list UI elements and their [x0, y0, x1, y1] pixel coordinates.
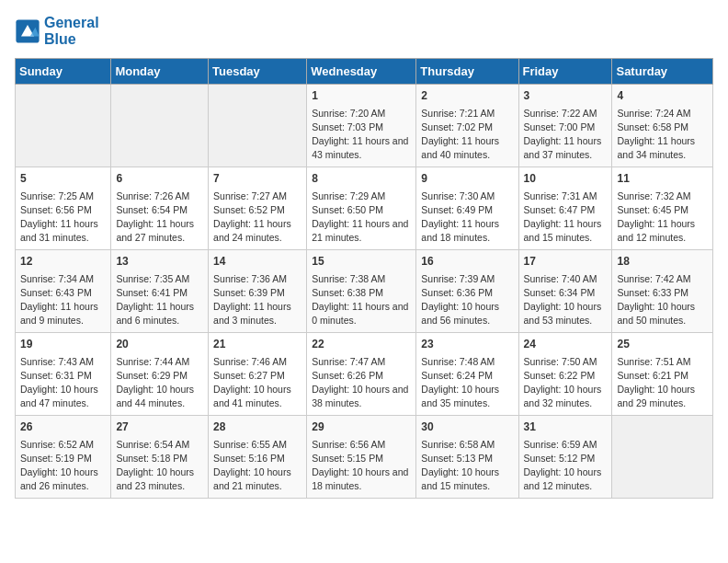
- sunrise: Sunrise: 7:46 AM: [213, 356, 287, 367]
- sunrise: Sunrise: 6:59 AM: [524, 439, 597, 450]
- calendar-cell: 22Sunrise: 7:47 AMSunset: 6:26 PMDayligh…: [307, 333, 416, 416]
- calendar-cell: [612, 416, 713, 499]
- calendar-cell: 10Sunrise: 7:31 AMSunset: 6:47 PMDayligh…: [518, 167, 612, 250]
- day-number: 4: [617, 88, 708, 104]
- daylight: Daylight: 11 hours and 9 minutes.: [20, 301, 98, 326]
- calendar-cell: 1Sunrise: 7:20 AMSunset: 7:03 PMDaylight…: [307, 85, 416, 167]
- day-number: 21: [213, 337, 301, 352]
- day-number: 10: [524, 171, 608, 187]
- sunrise: Sunrise: 7:40 AM: [524, 273, 597, 284]
- sunrise: Sunrise: 7:34 AM: [20, 273, 94, 284]
- daylight: Daylight: 10 hours and 18 minutes.: [312, 466, 408, 491]
- sunset: Sunset: 6:41 PM: [116, 287, 188, 298]
- day-number: 12: [20, 254, 106, 270]
- calendar-cell: 16Sunrise: 7:39 AMSunset: 6:36 PMDayligh…: [416, 250, 518, 333]
- daylight: Daylight: 10 hours and 41 minutes.: [213, 384, 291, 408]
- daylight: Daylight: 10 hours and 21 minutes.: [213, 466, 291, 491]
- calendar-cell: 28Sunrise: 6:55 AMSunset: 5:16 PMDayligh…: [209, 416, 307, 499]
- daylight: Daylight: 10 hours and 50 minutes.: [617, 301, 695, 326]
- day-number: 7: [213, 171, 301, 187]
- day-number: 18: [617, 254, 708, 270]
- day-number: 16: [421, 254, 513, 270]
- daylight: Daylight: 11 hours and 21 minutes.: [312, 218, 408, 243]
- sunrise: Sunrise: 7:29 AM: [312, 190, 385, 201]
- sunrise: Sunrise: 7:48 AM: [421, 356, 495, 367]
- daylight: Daylight: 10 hours and 53 minutes.: [524, 301, 602, 326]
- sunrise: Sunrise: 6:54 AM: [116, 439, 189, 450]
- sunrise: Sunrise: 7:51 AM: [617, 356, 690, 367]
- sunrise: Sunrise: 7:21 AM: [421, 108, 495, 119]
- sunset: Sunset: 6:56 PM: [20, 204, 92, 215]
- sunset: Sunset: 6:58 PM: [617, 121, 688, 132]
- week-row-4: 19Sunrise: 7:43 AMSunset: 6:31 PMDayligh…: [16, 333, 713, 416]
- day-number: 20: [116, 337, 203, 352]
- day-header-friday: Friday: [518, 59, 612, 85]
- calendar-cell: 5Sunrise: 7:25 AMSunset: 6:56 PMDaylight…: [16, 167, 111, 250]
- daylight: Daylight: 11 hours and 37 minutes.: [524, 135, 602, 160]
- sunrise: Sunrise: 7:39 AM: [421, 273, 495, 284]
- day-number: 6: [116, 171, 203, 187]
- day-number: 23: [421, 337, 513, 352]
- day-number: 30: [421, 419, 513, 435]
- sunset: Sunset: 6:24 PM: [421, 370, 493, 381]
- sunset: Sunset: 5:16 PM: [213, 453, 285, 464]
- sunrise: Sunrise: 7:26 AM: [116, 190, 189, 201]
- sunset: Sunset: 6:43 PM: [20, 287, 92, 298]
- calendar-cell: 9Sunrise: 7:30 AMSunset: 6:49 PMDaylight…: [416, 167, 518, 250]
- day-number: 17: [524, 254, 608, 270]
- sunrise: Sunrise: 6:58 AM: [421, 439, 495, 450]
- daylight: Daylight: 11 hours and 31 minutes.: [20, 218, 98, 243]
- sunset: Sunset: 6:36 PM: [421, 287, 493, 298]
- sunset: Sunset: 6:31 PM: [20, 370, 92, 381]
- daylight: Daylight: 11 hours and 24 minutes.: [213, 218, 291, 243]
- day-number: 8: [312, 171, 411, 187]
- calendar-cell: 20Sunrise: 7:44 AMSunset: 6:29 PMDayligh…: [111, 333, 209, 416]
- daylight: Daylight: 11 hours and 0 minutes.: [312, 301, 408, 326]
- day-number: 15: [312, 254, 411, 270]
- week-row-1: 1Sunrise: 7:20 AMSunset: 7:03 PMDaylight…: [16, 85, 713, 167]
- calendar-cell: 7Sunrise: 7:27 AMSunset: 6:52 PMDaylight…: [209, 167, 307, 250]
- sunrise: Sunrise: 6:55 AM: [213, 439, 287, 450]
- calendar-cell: 14Sunrise: 7:36 AMSunset: 6:39 PMDayligh…: [209, 250, 307, 333]
- sunset: Sunset: 6:33 PM: [617, 287, 688, 298]
- sunrise: Sunrise: 7:43 AM: [20, 356, 94, 367]
- calendar-cell: 2Sunrise: 7:21 AMSunset: 7:02 PMDaylight…: [416, 85, 518, 167]
- daylight: Daylight: 10 hours and 32 minutes.: [524, 384, 602, 408]
- sunrise: Sunrise: 7:44 AM: [116, 356, 189, 367]
- logo: General Blue: [15, 15, 99, 47]
- calendar-cell: 21Sunrise: 7:46 AMSunset: 6:27 PMDayligh…: [209, 333, 307, 416]
- day-number: 13: [116, 254, 203, 270]
- sunset: Sunset: 5:18 PM: [116, 453, 188, 464]
- sunrise: Sunrise: 6:52 AM: [20, 439, 94, 450]
- daylight: Daylight: 10 hours and 23 minutes.: [116, 466, 194, 491]
- logo-text: General Blue: [44, 15, 99, 47]
- day-header-saturday: Saturday: [612, 59, 713, 85]
- calendar-cell: [16, 85, 111, 167]
- sunrise: Sunrise: 7:25 AM: [20, 190, 94, 201]
- daylight: Daylight: 10 hours and 15 minutes.: [421, 466, 499, 491]
- calendar-cell: 23Sunrise: 7:48 AMSunset: 6:24 PMDayligh…: [416, 333, 518, 416]
- sunset: Sunset: 5:13 PM: [421, 453, 493, 464]
- daylight: Daylight: 10 hours and 29 minutes.: [617, 384, 695, 408]
- sunset: Sunset: 7:03 PM: [312, 121, 383, 132]
- daylight: Daylight: 10 hours and 35 minutes.: [421, 384, 499, 408]
- day-header-tuesday: Tuesday: [209, 59, 307, 85]
- calendar-cell: 17Sunrise: 7:40 AMSunset: 6:34 PMDayligh…: [518, 250, 612, 333]
- week-row-2: 5Sunrise: 7:25 AMSunset: 6:56 PMDaylight…: [16, 167, 713, 250]
- sunrise: Sunrise: 7:42 AM: [617, 273, 690, 284]
- calendar-cell: 31Sunrise: 6:59 AMSunset: 5:12 PMDayligh…: [518, 416, 612, 499]
- sunrise: Sunrise: 7:38 AM: [312, 273, 385, 284]
- daylight: Daylight: 11 hours and 3 minutes.: [213, 301, 291, 326]
- sunset: Sunset: 6:45 PM: [617, 204, 688, 215]
- sunset: Sunset: 6:39 PM: [213, 287, 285, 298]
- calendar-cell: [209, 85, 307, 167]
- sunset: Sunset: 6:34 PM: [524, 287, 596, 298]
- day-header-monday: Monday: [111, 59, 209, 85]
- day-number: 29: [312, 419, 411, 435]
- calendar-cell: 4Sunrise: 7:24 AMSunset: 6:58 PMDaylight…: [612, 85, 713, 167]
- day-header-sunday: Sunday: [16, 59, 111, 85]
- calendar-cell: 30Sunrise: 6:58 AMSunset: 5:13 PMDayligh…: [416, 416, 518, 499]
- sunset: Sunset: 6:26 PM: [312, 370, 383, 381]
- day-number: 5: [20, 171, 106, 187]
- daylight: Daylight: 10 hours and 12 minutes.: [524, 466, 602, 491]
